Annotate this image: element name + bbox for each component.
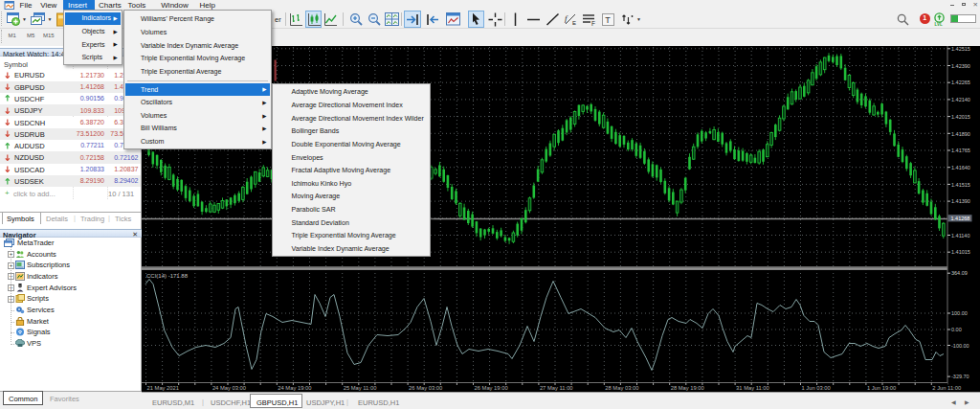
- svg-text:1 Jun 03:00: 1 Jun 03:00: [802, 384, 831, 390]
- svg-text:27 May 11:00: 27 May 11:00: [540, 384, 573, 390]
- svg-text:1 Jun 19:00: 1 Jun 19:00: [867, 384, 896, 390]
- svg-text:1.41765: 1.41765: [951, 148, 970, 153]
- svg-text:100.00: 100.00: [951, 310, 968, 316]
- svg-text:28 May 03:00: 28 May 03:00: [605, 384, 638, 390]
- svg-text:1.41390: 1.41390: [951, 198, 970, 204]
- svg-text:1.42390: 1.42390: [951, 62, 970, 68]
- svg-text:-100.00: -100.00: [951, 342, 969, 348]
- svg-text:1.41140: 1.41140: [951, 232, 969, 238]
- svg-text:28 May 19:00: 28 May 19:00: [671, 384, 704, 390]
- svg-text:1.42515: 1.42515: [951, 46, 970, 52]
- svg-text:1.41015: 1.41015: [951, 249, 970, 255]
- svg-text:1.42140: 1.42140: [951, 97, 970, 102]
- svg-text:1.41268: 1.41268: [951, 216, 970, 221]
- svg-text:24 May 03:00: 24 May 03:00: [212, 384, 246, 390]
- svg-text:364.09: 364.09: [951, 270, 968, 276]
- svg-text:1.42015: 1.42015: [951, 113, 970, 119]
- svg-text:1.41640: 1.41640: [951, 164, 970, 170]
- svg-text:-329.70: -329.70: [951, 374, 969, 379]
- svg-text:0.00: 0.00: [951, 327, 962, 332]
- svg-text:CCI(14) -171.88: CCI(14) -171.88: [146, 272, 189, 278]
- svg-text:1.41515: 1.41515: [951, 181, 970, 187]
- svg-text:24 May 19:00: 24 May 19:00: [278, 384, 311, 390]
- svg-text:21 May 2021: 21 May 2021: [147, 384, 180, 390]
- svg-text:T: T: [605, 15, 611, 25]
- svg-text:2 Jun 11:00: 2 Jun 11:00: [932, 384, 961, 390]
- svg-text:E: E: [572, 20, 576, 26]
- svg-text:25 May 11:00: 25 May 11:00: [344, 384, 377, 390]
- svg-text:31 May 11:00: 31 May 11:00: [736, 384, 769, 390]
- svg-text:26 May 19:00: 26 May 19:00: [475, 384, 508, 390]
- svg-text:1.42265: 1.42265: [951, 80, 970, 85]
- svg-text:1.41890: 1.41890: [951, 130, 970, 136]
- svg-text:F: F: [591, 20, 595, 27]
- svg-text:26 May 03:00: 26 May 03:00: [409, 384, 442, 390]
